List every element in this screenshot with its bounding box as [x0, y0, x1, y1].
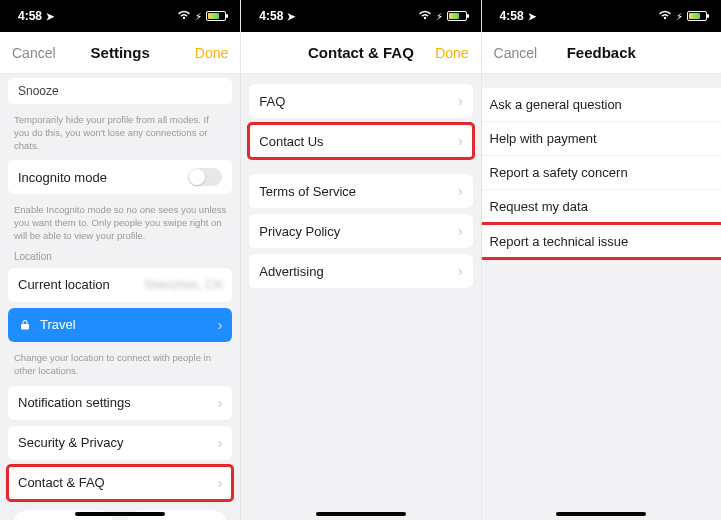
- notification-settings-label: Notification settings: [18, 395, 131, 410]
- wifi-icon: [658, 10, 672, 22]
- feedback-payment-row[interactable]: Help with payment: [481, 122, 721, 156]
- chevron-right-icon: ›: [458, 93, 463, 109]
- travel-desc: Change your location to connect with peo…: [8, 348, 232, 386]
- done-button[interactable]: Done: [435, 45, 468, 61]
- battery-icon: [206, 11, 226, 21]
- cancel-button[interactable]: Cancel: [12, 45, 56, 61]
- location-arrow-icon: ➤: [287, 11, 295, 22]
- status-time: 4:58: [18, 9, 42, 23]
- travel-label: Travel: [40, 317, 76, 332]
- tos-label: Terms of Service: [259, 184, 356, 199]
- snooze-label: Snooze: [18, 84, 59, 98]
- contact-faq-label: Contact & FAQ: [18, 475, 105, 490]
- location-arrow-icon: ➤: [46, 11, 54, 22]
- privacy-label: Privacy Policy: [259, 224, 340, 239]
- status-bar: 4:58 ➤ ⚡︎: [482, 0, 721, 32]
- incognito-row[interactable]: Incognito mode: [8, 160, 232, 194]
- feedback-data-label: Request my data: [490, 199, 588, 214]
- advertising-label: Advertising: [259, 264, 323, 279]
- current-location-value: Shenzhen, CN: [144, 278, 222, 292]
- lock-icon: [18, 318, 32, 332]
- battery-icon: [447, 11, 467, 21]
- feedback-general-row[interactable]: Ask a general question: [481, 88, 721, 122]
- status-time: 4:58: [259, 9, 283, 23]
- snooze-desc: Temporarily hide your profile from all m…: [8, 110, 232, 160]
- current-location-label: Current location: [18, 277, 110, 292]
- snooze-row[interactable]: Snooze: [8, 78, 232, 104]
- security-privacy-row[interactable]: Security & Privacy ›: [8, 426, 232, 460]
- location-arrow-icon: ➤: [528, 11, 536, 22]
- home-indicator[interactable]: [316, 512, 406, 516]
- nav-bar: Contact & FAQ Done: [241, 32, 480, 74]
- location-section-label: Location: [8, 251, 232, 268]
- chevron-right-icon: ›: [218, 475, 223, 491]
- phone-feedback: 4:58 ➤ ⚡︎ Cancel Feedback Ask a general …: [481, 0, 721, 520]
- chevron-right-icon: ›: [458, 183, 463, 199]
- phone-contact-faq: 4:58 ➤ ⚡︎ Contact & FAQ Done FAQ › Conta…: [240, 0, 480, 520]
- notification-settings-row[interactable]: Notification settings ›: [8, 386, 232, 420]
- home-indicator[interactable]: [556, 512, 646, 516]
- travel-row[interactable]: Travel ›: [8, 308, 232, 342]
- battery-icon: [687, 11, 707, 21]
- contact-us-label: Contact Us: [259, 134, 323, 149]
- phone-settings: 4:58 ➤ ⚡︎ Cancel Settings Done Snooze Te…: [0, 0, 240, 520]
- chevron-right-icon: ›: [218, 435, 223, 451]
- nav-bar: Cancel Feedback: [482, 32, 721, 74]
- done-button[interactable]: Done: [195, 45, 228, 61]
- terms-of-service-row[interactable]: Terms of Service ›: [249, 174, 472, 208]
- bolt-icon: ⚡︎: [676, 11, 683, 22]
- chevron-right-icon: ›: [458, 223, 463, 239]
- bolt-icon: ⚡︎: [195, 11, 202, 22]
- wifi-icon: [418, 10, 432, 22]
- wifi-icon: [177, 10, 191, 22]
- bolt-icon: ⚡︎: [436, 11, 443, 22]
- chevron-right-icon: ›: [458, 263, 463, 279]
- feedback-technical-label: Report a technical issue: [490, 234, 629, 249]
- incognito-desc: Enable Incognito mode so no one sees you…: [8, 200, 232, 250]
- home-indicator[interactable]: [75, 512, 165, 516]
- feedback-safety-label: Report a safety concern: [490, 165, 628, 180]
- chevron-right-icon: ›: [218, 395, 223, 411]
- contact-us-row[interactable]: Contact Us ›: [249, 124, 472, 158]
- feedback-payment-label: Help with payment: [490, 131, 597, 146]
- current-location-row[interactable]: Current location Shenzhen, CN: [8, 268, 232, 302]
- feedback-general-label: Ask a general question: [490, 97, 622, 112]
- status-time: 4:58: [500, 9, 524, 23]
- feedback-safety-row[interactable]: Report a safety concern: [481, 156, 721, 190]
- status-bar: 4:58 ➤ ⚡︎: [241, 0, 480, 32]
- advertising-row[interactable]: Advertising ›: [249, 254, 472, 288]
- contact-faq-row[interactable]: Contact & FAQ ›: [8, 466, 232, 500]
- nav-bar: Cancel Settings Done: [0, 32, 240, 74]
- faq-row[interactable]: FAQ ›: [249, 84, 472, 118]
- feedback-technical-row[interactable]: Report a technical issue: [481, 224, 721, 258]
- chevron-right-icon: ›: [218, 317, 223, 333]
- chevron-right-icon: ›: [458, 133, 463, 149]
- status-bar: 4:58 ➤ ⚡︎: [0, 0, 240, 32]
- faq-label: FAQ: [259, 94, 285, 109]
- security-privacy-label: Security & Privacy: [18, 435, 123, 450]
- incognito-label: Incognito mode: [18, 170, 107, 185]
- cancel-button[interactable]: Cancel: [494, 45, 538, 61]
- feedback-data-row[interactable]: Request my data: [481, 190, 721, 224]
- privacy-policy-row[interactable]: Privacy Policy ›: [249, 214, 472, 248]
- incognito-toggle[interactable]: [188, 168, 222, 186]
